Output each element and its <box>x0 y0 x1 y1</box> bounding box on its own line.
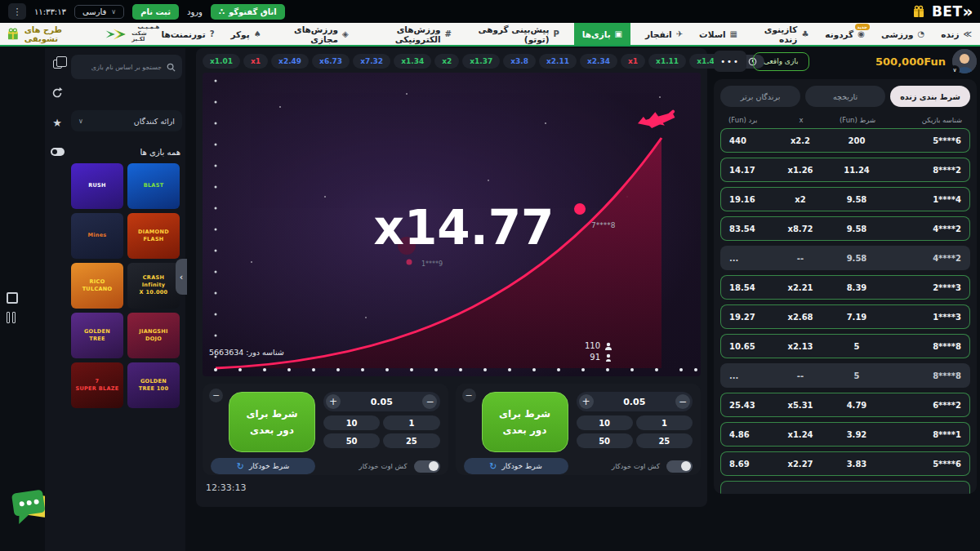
auto-cashout-toggle[interactable] <box>666 460 693 473</box>
history-multiplier-chip[interactable]: x2.11 <box>539 54 577 69</box>
game-tile-jiangshi-dojo[interactable]: JIANGSHIDOJO <box>127 313 180 358</box>
history-multiplier-chip[interactable]: x1.11 <box>648 54 686 69</box>
game-tile-golden-tree[interactable]: GOLDENTREE <box>71 313 123 358</box>
history-multiplier-chip[interactable]: x6.73 <box>312 54 350 69</box>
tab-other[interactable]: تاریخچه <box>805 86 885 107</box>
nav-item-tournaments[interactable]: ? تورنمنت‌ها <box>159 23 216 45</box>
bets-tabs: شرط بندی زندهتاریخچهبرندگان برتر <box>720 86 970 107</box>
history-multiplier-chip[interactable]: x2.34 <box>580 54 617 69</box>
promotions-link[interactable]: طرح های تشویقی <box>7 25 93 43</box>
chat-room-button[interactable]: ∴ اتاق گفتوگو <box>211 4 285 20</box>
history-multiplier-chip[interactable]: x7.32 <box>353 54 390 69</box>
auto-bet-button[interactable]: ↻ شرط خودکار <box>464 458 568 474</box>
quick-amount-25[interactable]: 25 <box>383 433 439 448</box>
nav-item-sports[interactable]: ◔ ورزشی <box>880 23 926 45</box>
decrease-bet-button[interactable]: − <box>675 394 690 409</box>
login-button[interactable]: ورود <box>187 7 203 16</box>
nav-item-icon: ◈ <box>342 29 349 38</box>
history-multiplier-chip[interactable]: x1.37 <box>462 54 500 69</box>
favorites-star-icon[interactable]: ★ <box>52 117 62 128</box>
history-multiplier-chip[interactable]: x2.49 <box>271 54 309 69</box>
history-multiplier-chip[interactable]: x3.8 <box>503 54 536 69</box>
game-tile-blast[interactable]: BLAST <box>127 163 180 209</box>
bets-table-rows: 6****5 200 x2.2 440 2****8 11.24 x1.26 1… <box>720 128 970 494</box>
pause-icon[interactable] <box>7 312 18 323</box>
quick-amount-50[interactable]: 50 <box>577 433 633 448</box>
nav-item-slots[interactable]: ▦ اسلات <box>697 23 739 45</box>
increase-bet-button[interactable]: + <box>579 394 594 409</box>
nav-item-live[interactable]: ≫ زنده <box>939 23 973 45</box>
bet-player-id: 3****1 <box>888 313 961 322</box>
avatar[interactable]: ∨ <box>952 49 977 73</box>
current-multiplier: x14.77 <box>374 200 555 256</box>
nav-item-crash[interactable]: ✈ انفجار <box>644 23 684 45</box>
language-select[interactable]: فارسی ∨ <box>74 5 124 19</box>
increase-bet-button[interactable]: + <box>326 394 341 409</box>
nav-item-live-casino[interactable]: ♣ کازینوی زنده <box>752 23 810 45</box>
history-multiplier-chip[interactable]: x1 <box>243 54 268 69</box>
game-tile-mines[interactable]: Mines <box>71 213 123 259</box>
bet-win: 19.16 <box>729 195 775 204</box>
game-tile-diamond-flash[interactable]: DIAMONDFLASH <box>127 213 180 259</box>
nav-item-poker[interactable]: ♠ پوکر <box>229 23 262 45</box>
tab-live-bets[interactable]: شرط بندی زنده <box>890 86 970 107</box>
bet-row: 2****6 4.79 x5.31 25.43 <box>720 393 970 417</box>
auto-bet-button[interactable]: ↻ شرط خودکار <box>211 458 315 474</box>
quick-amount-buttons: 1015025 <box>323 415 440 448</box>
avatar-dropdown-icon[interactable]: ∨ <box>950 65 960 75</box>
gift-icon[interactable] <box>912 5 925 18</box>
panel-collapse-button[interactable]: − <box>209 389 223 402</box>
tab-other[interactable]: برندگان برتر <box>720 86 800 107</box>
place-bet-button[interactable]: شرط برای دور بعدی <box>482 392 568 452</box>
bet-row: 4****1 9.58 x2 19.16 <box>720 187 970 211</box>
bet-player-id: 6****5 <box>888 136 961 145</box>
decrease-bet-button[interactable]: − <box>422 394 437 409</box>
quick-amount-10[interactable]: 10 <box>577 415 633 430</box>
sidebar-collapse-chevron[interactable]: ‹ <box>176 259 187 295</box>
theme-toggle-icon[interactable] <box>51 146 65 158</box>
more-options-button[interactable]: ••• <box>714 51 746 72</box>
register-button[interactable]: ثبت نام <box>132 4 179 20</box>
bet-player-id: 8****8 <box>888 371 961 380</box>
providers-dropdown[interactable]: ارائه کنندگان ∨ <box>71 110 182 131</box>
bet-amount-value[interactable]: 0.05 <box>623 397 645 407</box>
bet-amount: 5 <box>826 371 888 380</box>
bet-win: 8.69 <box>729 460 775 469</box>
quick-amount-25[interactable]: 25 <box>636 433 693 448</box>
bet-amount-value[interactable]: 0.05 <box>371 397 393 407</box>
balance-amount: 500,000Fun <box>875 56 946 68</box>
nav-item-esports[interactable]: # ورزش‌های الکترونیکی <box>363 23 453 45</box>
history-multiplier-chip[interactable]: x1 <box>621 54 645 69</box>
game-tile-golden-tree-100[interactable]: GOLDENTREE 100 <box>127 362 180 408</box>
panel-collapse-button[interactable]: − <box>462 389 476 402</box>
game-tile-rico-tulcano[interactable]: RICOTULCANO <box>71 263 123 309</box>
live-bets-card: شرط بندی زندهتاریخچهبرندگان برتر شناسه ب… <box>714 79 977 494</box>
menu-dots-icon[interactable]: ⋮ <box>8 3 26 20</box>
game-tile-rush[interactable]: RUSH <box>71 163 123 209</box>
nav-item-games[interactable]: ▣ بازی‌ها <box>574 23 630 45</box>
game-tile-super-blaze[interactable]: 7SUPER BLAZE <box>71 362 123 408</box>
quick-amount-10[interactable]: 10 <box>323 415 380 430</box>
nav-item-icon: ◉ <box>858 29 865 38</box>
history-multiplier-chip[interactable]: x1.34 <box>394 54 431 69</box>
nav-item-virtual-sports[interactable]: ◈ ورزش‌های مجازی <box>276 23 350 45</box>
stop-icon[interactable] <box>7 292 18 304</box>
game-tile-crash-infinity[interactable]: CRASHInfinityX 10.000 <box>127 263 180 309</box>
history-multiplier-chip[interactable]: x2 <box>434 54 459 69</box>
place-bet-button[interactable]: شرط برای دور بعدی <box>229 392 315 452</box>
nav-item-toto[interactable]: P پیش‌بینی گروهی (توتو) <box>466 23 561 45</box>
history-multiplier-chip[interactable]: x1.01 <box>203 54 240 69</box>
bet-multiplier: x1.24 <box>775 430 826 439</box>
refresh-icon[interactable] <box>51 87 63 99</box>
copy-games-icon[interactable] <box>53 58 62 69</box>
auto-cashout-toggle[interactable] <box>414 460 440 473</box>
nav-item-wheel[interactable]: ◉ گردونه جدید <box>823 23 866 45</box>
quick-amount-1[interactable]: 1 <box>636 415 693 430</box>
nav-item-icon: ◔ <box>918 29 925 38</box>
real-play-button[interactable]: بازی واقعی <box>753 52 809 71</box>
game-search-input[interactable]: جستجو بر اساس نام بازی <box>71 55 182 79</box>
brand-logo[interactable]: BET » <box>932 2 972 21</box>
quick-amount-1[interactable]: 1 <box>383 415 439 430</box>
quick-amount-50[interactable]: 50 <box>323 433 380 448</box>
auto-refresh-icon: ↻ <box>489 461 497 472</box>
